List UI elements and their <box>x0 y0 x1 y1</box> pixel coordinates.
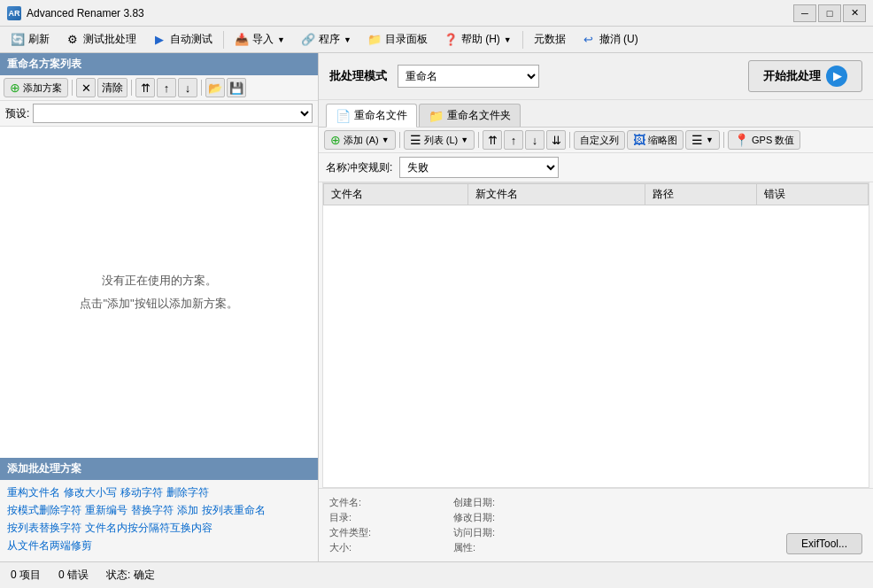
start-batch-button[interactable]: 开始批处理 ▶ <box>748 60 862 92</box>
menu-metadata[interactable]: 元数据 <box>527 29 573 50</box>
batch-link-renumber[interactable]: 重新编号 <box>85 503 127 518</box>
settings-icon: ☰ <box>691 133 703 147</box>
play-icon: ▶ <box>826 66 847 87</box>
batch-links-row2: 按模式删除字符 重新编号 替换字符 添加 按列表重命名 <box>7 503 311 518</box>
info-col-right: 创建日期: 修改日期: 访问日期: 属性: <box>453 496 560 554</box>
errors-count: 0 错误 <box>58 568 89 583</box>
batch-link-move-char[interactable]: 移动字符 <box>120 485 163 500</box>
batch-link-swap-content[interactable]: 文件名内按分隔符互换内容 <box>85 521 212 536</box>
batch-links-row3: 按列表替换字符 文件名内按分隔符互换内容 <box>7 521 311 536</box>
delete-scheme-button[interactable]: ✕ <box>76 78 96 97</box>
program-dropdown-icon: ▼ <box>344 35 352 44</box>
menu-bar: 🔄 刷新 ⚙ 测试批处理 ▶ 自动测试 📥 导入 ▼ 🔗 程序 ▼ 📁 目录面板… <box>0 27 873 53</box>
batch-link-list-rename[interactable]: 按列表重命名 <box>202 503 266 518</box>
preset-select[interactable] <box>33 104 313 123</box>
add-batch-header: 添加批处理方案 <box>0 458 318 480</box>
menu-import-label: 导入 <box>252 32 274 47</box>
col-error: 错误 <box>756 184 868 205</box>
custom-col-button[interactable]: 自定义列 <box>574 131 625 150</box>
app-icon: AR <box>7 6 21 20</box>
file-toolbar: ⊕ 添加 (A) ▼ ☰ 列表 (L) ▼ ⇈ ↑ ↓ ⇊ 自定义列 🖼 缩略图 <box>319 128 873 153</box>
tab-rename-file[interactable]: 📄 重命名文件 <box>326 104 417 128</box>
state-label: 状态: <box>106 568 130 583</box>
batch-link-pattern-delete[interactable]: 按模式删除字符 <box>7 503 81 518</box>
batch-link-replace-char[interactable]: 替换字符 <box>131 503 174 518</box>
file-toolbar-sep4 <box>723 132 724 148</box>
thumbnail-icon: 🖼 <box>633 133 645 147</box>
help-icon: ❓ <box>444 33 458 47</box>
menu-test-batch-label: 测试批处理 <box>83 32 136 47</box>
scenario-empty-area: 没有正在使用的方案。 点击"添加"按钮以添加新方案。 <box>0 127 318 458</box>
toolbar-sep-3 <box>201 80 202 96</box>
file-tabs: 📄 重命名文件 📁 重命名文件夹 <box>319 100 873 128</box>
gps-icon: 📍 <box>734 133 749 147</box>
move-down-button[interactable]: ↓ <box>178 78 197 97</box>
conflict-label: 名称冲突规则: <box>326 160 392 175</box>
file-table-container[interactable]: 文件名 新文件名 路径 错误 <box>322 182 869 488</box>
conflict-select[interactable]: 失败跳过覆盖 <box>399 157 559 178</box>
filetype-label: 文件类型: <box>329 526 436 539</box>
sort-down-button[interactable]: ↓ <box>525 130 545 150</box>
rename-file-tab-icon: 📄 <box>336 109 351 123</box>
gps-button[interactable]: 📍 GPS 数值 <box>728 130 800 150</box>
add-file-button[interactable]: ⊕ 添加 (A) ▼ <box>324 130 396 150</box>
batch-link-trim[interactable]: 从文件名两端修剪 <box>7 538 92 553</box>
preset-row: 预设: <box>0 101 318 127</box>
filename-label: 文件名: <box>329 496 436 509</box>
info-panel: 文件名: 目录: 文件类型: 大小: 创建日期: 修改日期: 访问日期: 属性:… <box>319 488 873 561</box>
settings-icon-btn[interactable]: ☰ ▼ <box>685 130 720 150</box>
batch-link-delete-char[interactable]: 删除字符 <box>166 485 209 500</box>
tab-rename-folder[interactable]: 📁 重命名文件夹 <box>419 104 521 127</box>
menu-directory-panel[interactable]: 📁 目录面板 <box>360 29 435 50</box>
modified-label: 修改日期: <box>453 511 560 524</box>
clear-scheme-button[interactable]: 清除 <box>97 78 127 97</box>
help-dropdown-icon: ▼ <box>504 35 512 44</box>
program-icon: 🔗 <box>301 33 315 47</box>
menu-sep-1 <box>223 31 224 49</box>
left-panel: 重命名方案列表 ⊕ 添加方案 ✕ 清除 ⇈ ↑ ↓ 📂 💾 预设: 没有正在使用… <box>0 53 319 561</box>
accessed-label: 访问日期: <box>453 526 560 539</box>
add-file-label: 添加 (A) <box>344 134 379 147</box>
menu-refresh[interactable]: 🔄 刷新 <box>4 29 57 50</box>
menu-undo[interactable]: ↩ 撤消 (U) <box>575 29 645 50</box>
menu-sep-2 <box>522 31 523 49</box>
menu-test-batch[interactable]: ⚙ 测试批处理 <box>58 29 143 50</box>
file-table: 文件名 新文件名 路径 错误 <box>323 183 869 205</box>
maximize-button[interactable]: □ <box>818 4 841 22</box>
move-top-button[interactable]: ⇈ <box>135 78 155 97</box>
sort-up-button[interactable]: ↑ <box>504 130 523 150</box>
window-title: Advanced Renamer 3.83 <box>27 7 793 19</box>
items-count: 0 项目 <box>11 568 41 583</box>
batch-links-row1: 重构文件名 修改大小写 移动字符 删除字符 <box>7 485 311 500</box>
menu-refresh-label: 刷新 <box>28 32 50 47</box>
rename-file-tab-label: 重命名文件 <box>354 108 407 123</box>
add-scheme-button[interactable]: ⊕ 添加方案 <box>4 78 68 97</box>
main-content: 重命名方案列表 ⊕ 添加方案 ✕ 清除 ⇈ ↑ ↓ 📂 💾 预设: 没有正在使用… <box>0 53 873 561</box>
open-folder-button[interactable]: 📂 <box>205 78 225 97</box>
batch-link-rename-file[interactable]: 重构文件名 <box>7 485 60 500</box>
undo-icon: ↩ <box>582 33 596 47</box>
move-up-button[interactable]: ↑ <box>157 78 176 97</box>
batch-link-modify-case[interactable]: 修改大小写 <box>64 485 117 500</box>
directory-panel-icon: 📁 <box>367 33 382 47</box>
batch-link-add[interactable]: 添加 <box>177 503 198 518</box>
batch-link-list-replace[interactable]: 按列表替换字符 <box>7 521 81 536</box>
save-button[interactable]: 💾 <box>227 78 246 97</box>
window-controls: ─ □ ✕ <box>793 4 866 22</box>
thumbnail-button[interactable]: 🖼 缩略图 <box>627 130 684 150</box>
close-button[interactable]: ✕ <box>843 4 866 22</box>
exif-tool-button[interactable]: ExifTool... <box>786 533 862 554</box>
menu-help[interactable]: ❓ 帮助 (H) ▼ <box>436 29 519 50</box>
menu-import[interactable]: 📥 导入 ▼ <box>228 29 292 50</box>
status-state: 状态: 确定 <box>106 568 155 583</box>
add-batch-content: 重构文件名 修改大小写 移动字符 删除字符 按模式删除字符 重新编号 替换字符 … <box>0 480 318 561</box>
menu-auto-test[interactable]: ▶ 自动测试 <box>145 29 220 50</box>
sort-bottom-button[interactable]: ⇊ <box>546 130 566 150</box>
batch-mode-row: 批处理模式 重命名复制移动 开始批处理 ▶ <box>319 53 873 100</box>
menu-program[interactable]: 🔗 程序 ▼ <box>294 29 359 50</box>
batch-mode-select[interactable]: 重命名复制移动 <box>398 65 539 88</box>
minimize-button[interactable]: ─ <box>793 4 816 22</box>
empty-text-1: 没有正在使用的方案。 <box>102 269 217 292</box>
sort-top-button[interactable]: ⇈ <box>483 130 502 150</box>
list-button[interactable]: ☰ 列表 (L) ▼ <box>404 130 475 150</box>
